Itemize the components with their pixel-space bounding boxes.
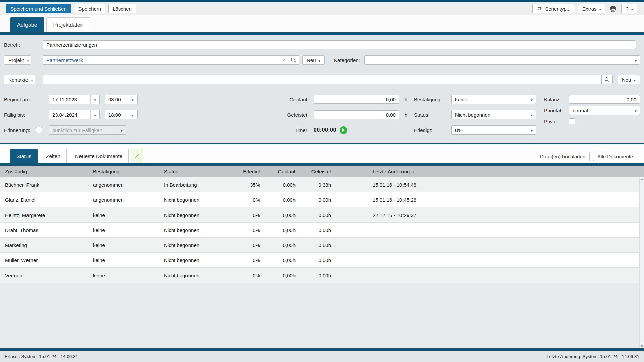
table-row[interactable]: VertriebkeineNicht begonnen0%0,00h0,00h <box>0 268 644 283</box>
statusbar-accent-bar <box>0 348 644 351</box>
kontakte-input[interactable] <box>43 77 601 83</box>
table-cell: 0,00h <box>260 227 296 233</box>
delete-button[interactable]: Löschen <box>108 4 136 13</box>
task-window: Speichern und Schließen Speichern Lösche… <box>0 0 644 362</box>
kontakte-type-button[interactable]: Kontakte <box>4 75 35 84</box>
table-cell: keine <box>93 227 164 233</box>
scroll-down-icon[interactable] <box>641 345 643 347</box>
table-cell: 0,00h <box>260 212 296 218</box>
table-cell: Nicht begonnen <box>164 257 228 263</box>
chevron-down-icon <box>635 57 637 63</box>
faellig-time-select[interactable]: 18:00 <box>105 110 138 119</box>
privat-label: Privat: <box>544 119 569 124</box>
window-top-strip <box>0 0 644 2</box>
table-row[interactable]: Müller, WernerkeineNicht begonnen0%0,00h… <box>0 253 644 268</box>
timer-value: 00:00:00 <box>314 127 336 133</box>
timer-play-button[interactable] <box>340 126 347 134</box>
geleistet-input[interactable] <box>314 110 399 119</box>
timer-label: Timer: <box>283 127 309 133</box>
privat-checkbox[interactable] <box>569 118 575 124</box>
betreff-label: Betreff: <box>4 42 43 48</box>
status-select[interactable]: Nicht begonnen <box>451 110 536 119</box>
table-cell: Nicht begonnen <box>164 197 228 203</box>
projekt-neu-button[interactable]: Neu <box>302 55 325 65</box>
table-cell: keine <box>93 257 164 263</box>
beginnt-date-select[interactable]: 17.11.2023 <box>49 95 100 104</box>
table-cell: 0% <box>228 212 260 218</box>
kulanz-input[interactable] <box>569 95 640 104</box>
table-cell: 0,00h <box>260 182 296 188</box>
collapse-panel-button[interactable] <box>131 149 143 163</box>
table-row[interactable]: Glanz, DanielangenommenNicht begonnen0%0… <box>0 192 644 207</box>
beginnt-time-select[interactable]: 08:00 <box>105 95 138 104</box>
table-cell: keine <box>93 212 164 218</box>
column-header-letzte-aenderung[interactable]: Letzte Änderung ∨ <box>331 169 644 174</box>
geplant-input[interactable] <box>314 95 399 104</box>
projekt-type-label: Projekt <box>8 57 24 63</box>
all-documents-button[interactable]: Alle Dokumente <box>593 152 637 161</box>
chevron-down-icon <box>635 108 637 113</box>
table-cell: 0% <box>228 257 260 263</box>
table-cell: Büchner, Frank <box>5 182 93 188</box>
field-grid: Beginnt am: 17.11.2023 08:00 Fällig bis:… <box>4 95 640 141</box>
tab-neueste-dokumente[interactable]: Neueste Dokumente <box>69 149 129 163</box>
column-header-bestaetigung[interactable]: Bestätigung <box>93 169 164 174</box>
status-value: Nicht begonnen <box>452 112 531 118</box>
serientyp-button[interactable]: Serientyp... <box>532 4 575 13</box>
tab-zeiten[interactable]: Zeiten <box>40 149 67 163</box>
clear-icon[interactable]: × <box>280 57 288 63</box>
erinnerung-select[interactable]: pünktlich zur Fälligkeit <box>49 125 126 135</box>
bestaetigung-label: Bestätigung: <box>414 97 451 102</box>
chevron-down-icon <box>128 110 137 119</box>
bestaetigung-select[interactable]: keine <box>451 95 536 104</box>
collapse-arrows-icon <box>135 154 139 159</box>
kategorien-select[interactable] <box>364 55 640 65</box>
document-buttons: Datei(en) hochladen Alle Dokumente <box>536 152 637 161</box>
table-cell: 0,00h <box>260 273 296 278</box>
upload-files-button[interactable]: Datei(en) hochladen <box>536 152 590 161</box>
column-header-geleistet[interactable]: Geleistet <box>296 169 331 174</box>
table-cell: 0,00h <box>296 197 331 203</box>
column-header-geplant[interactable]: Geplant <box>260 169 296 174</box>
column-header-zustaendig[interactable]: Zuständig <box>5 169 93 174</box>
tab-aufgabe[interactable]: Aufgabe <box>10 17 44 32</box>
projekt-type-button[interactable]: Projekt <box>4 55 31 65</box>
print-button[interactable] <box>608 4 618 13</box>
projekt-input[interactable] <box>43 57 280 63</box>
tab-status[interactable]: Status <box>10 149 38 163</box>
help-button[interactable]: ? <box>621 4 637 13</box>
table-cell: 0% <box>228 227 260 233</box>
main-tab-bar: Aufgabe Projektdaten <box>0 15 644 32</box>
column-header-erledigt[interactable]: Erledigt <box>228 169 260 174</box>
table-row[interactable]: Draht, ThomaskeineNicht begonnen0%0,00h0… <box>0 223 644 238</box>
kontakte-neu-button[interactable]: Neu <box>618 75 640 84</box>
table-cell: Glanz, Daniel <box>5 197 93 203</box>
table-cell: Marketing <box>5 242 93 248</box>
vertical-scrollbar[interactable] <box>639 177 644 348</box>
extras-button[interactable]: Extras <box>578 4 605 13</box>
search-icon[interactable] <box>288 56 299 64</box>
table-row[interactable]: Büchner, FrankangenommenIn Bearbeitung35… <box>0 177 644 192</box>
scroll-up-icon[interactable] <box>641 178 643 180</box>
table-cell: 15.01.16 - 10:54:48 <box>331 182 644 188</box>
table-cell: keine <box>93 273 164 278</box>
table-cell: 0,00h <box>260 242 296 248</box>
save-and-close-button[interactable]: Speichern und Schließen <box>6 4 71 13</box>
column-header-label: Letzte Änderung <box>373 169 410 174</box>
table-row[interactable]: Heintz, MargaretekeineNicht begonnen0%0,… <box>0 207 644 223</box>
erinnerung-checkbox[interactable] <box>36 127 42 133</box>
faellig-label: Fällig bis: <box>4 112 49 118</box>
kategorien-label: Kategorien: <box>334 57 360 63</box>
erledigt-select[interactable]: 0% <box>451 125 536 135</box>
chevron-down-icon <box>599 6 601 12</box>
save-button[interactable]: Speichern <box>74 4 106 13</box>
kulanz-label: Kulanz: <box>544 97 569 102</box>
tab-projektdaten[interactable]: Projektdaten <box>46 17 91 32</box>
betreff-input[interactable] <box>43 40 636 49</box>
serientyp-label: Serientyp... <box>545 6 571 12</box>
prioritaet-select[interactable]: normal <box>569 106 640 115</box>
faellig-date-select[interactable]: 23.04.2024 <box>49 110 100 119</box>
table-row[interactable]: MarketingkeineNicht begonnen0%0,00h0,00h <box>0 238 644 253</box>
search-icon[interactable] <box>601 75 612 84</box>
column-header-status[interactable]: Status <box>164 169 228 174</box>
